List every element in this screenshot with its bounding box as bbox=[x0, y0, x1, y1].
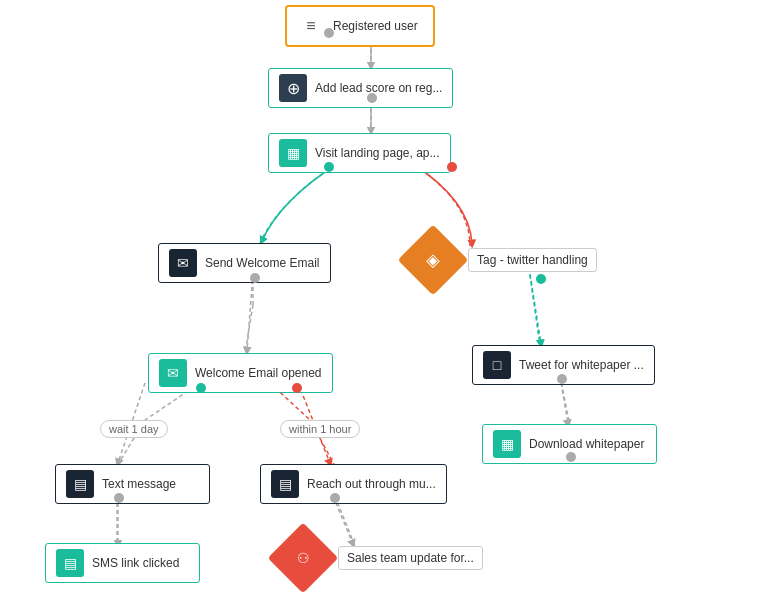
send-welcome-label: Send Welcome Email bbox=[205, 256, 320, 270]
dot-tweet-bottom bbox=[557, 374, 567, 384]
reach-out-label: Reach out through mu... bbox=[307, 477, 436, 491]
reach-out-node[interactable]: ▤ Reach out through mu... bbox=[260, 464, 447, 504]
dot-text-bottom bbox=[114, 493, 124, 503]
connector-dot-teal-left bbox=[324, 162, 334, 172]
sales-team-diamond: ⚇ bbox=[268, 523, 339, 594]
svg-line-15 bbox=[530, 274, 541, 344]
registered-user-label: Registered user bbox=[333, 19, 418, 33]
connector-dot-welcome-teal bbox=[196, 383, 206, 393]
dot-download-bottom bbox=[566, 452, 576, 462]
envelope-open-icon: ✉ bbox=[159, 359, 187, 387]
text-message-node[interactable]: ▤ Text message bbox=[55, 464, 210, 504]
sms-icon: ▤ bbox=[56, 549, 84, 577]
connector-dot-red-right bbox=[447, 162, 457, 172]
wait-day-label: wait 1 day bbox=[100, 420, 168, 438]
registered-user-node[interactable]: ≡ Registered user bbox=[285, 5, 435, 47]
dot-addlead-bottom bbox=[367, 93, 377, 103]
welcome-opened-label: Welcome Email opened bbox=[195, 366, 322, 380]
group-icon: ⚇ bbox=[297, 550, 310, 566]
dot-registered-bottom bbox=[324, 28, 334, 38]
tweet-icon: □ bbox=[483, 351, 511, 379]
workflow-canvas: ≡ Registered user ⊕ Add lead score on re… bbox=[0, 0, 757, 603]
sms-link-label: SMS link clicked bbox=[92, 556, 179, 570]
svg-line-4 bbox=[530, 275, 540, 346]
connector-dot-welcome-red bbox=[292, 383, 302, 393]
tweet-whitepaper-label: Tweet for whitepaper ... bbox=[519, 358, 644, 372]
welcome-opened-node[interactable]: ✉ Welcome Email opened bbox=[148, 353, 333, 393]
tag-twitter-wrapper[interactable]: ◈ Tag - twitter handling bbox=[408, 235, 458, 285]
sms-link-node[interactable]: ▤ SMS link clicked bbox=[45, 543, 200, 583]
tag-twitter-label: Tag - twitter handling bbox=[468, 248, 597, 272]
tag-icon: ◈ bbox=[426, 249, 440, 271]
add-lead-score-node[interactable]: ⊕ Add lead score on reg... bbox=[268, 68, 453, 108]
tag-twitter-diamond: ◈ bbox=[398, 225, 469, 296]
send-welcome-node[interactable]: ✉ Send Welcome Email bbox=[158, 243, 331, 283]
envelope-icon: ✉ bbox=[169, 249, 197, 277]
visit-landing-node[interactable]: ▦ Visit landing page, ap... bbox=[268, 133, 451, 173]
reach-icon: ▤ bbox=[271, 470, 299, 498]
within-hour-label: within 1 hour bbox=[280, 420, 360, 438]
dot-reach-bottom bbox=[330, 493, 340, 503]
svg-line-3 bbox=[245, 305, 253, 353]
message-icon: ▤ bbox=[66, 470, 94, 498]
text-message-label: Text message bbox=[102, 477, 176, 491]
download-whitepaper-label: Download whitepaper bbox=[529, 437, 644, 451]
table-icon: ▦ bbox=[279, 139, 307, 167]
dot-tag-bottom bbox=[536, 274, 546, 284]
sales-team-wrapper[interactable]: ⚇ Sales team update for... bbox=[278, 533, 328, 583]
download-icon: ▦ bbox=[493, 430, 521, 458]
add-lead-score-label: Add lead score on reg... bbox=[315, 81, 442, 95]
sales-team-label: Sales team update for... bbox=[338, 546, 483, 570]
plus-circle-icon: ⊕ bbox=[279, 74, 307, 102]
svg-line-14 bbox=[247, 273, 253, 351]
dot-welcome-bottom bbox=[250, 273, 260, 283]
visit-landing-label: Visit landing page, ap... bbox=[315, 146, 440, 160]
list-icon: ≡ bbox=[297, 12, 325, 40]
